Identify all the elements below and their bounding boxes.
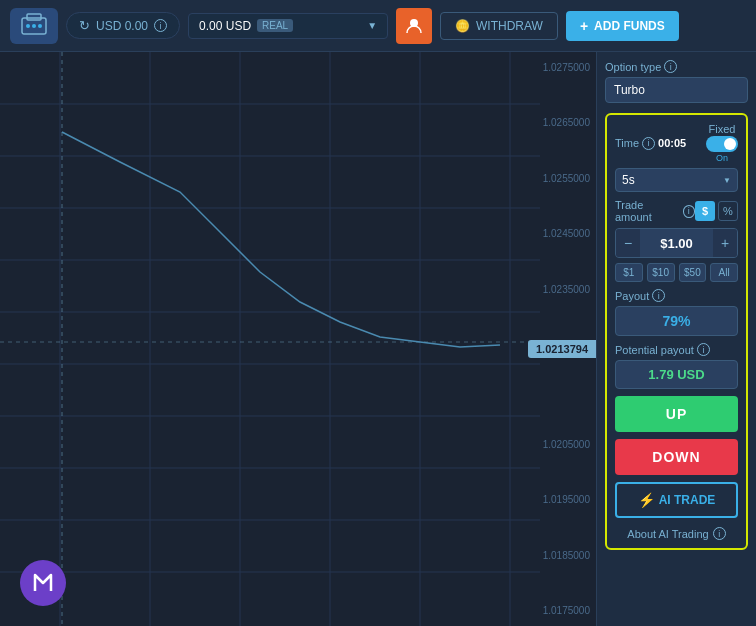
logo-circle (20, 560, 66, 606)
add-funds-label: ADD FUNDS (594, 19, 665, 33)
time-value: 00:05 (658, 137, 686, 149)
topbar: ↻ USD 0.00 i 0.00 USD REAL ▼ 🪙 WITHDRAW … (0, 0, 756, 52)
price-tick: 1.0255000 (538, 173, 594, 184)
quick-10-button[interactable]: $10 (647, 263, 675, 282)
chevron-down-icon: ▼ (723, 176, 731, 185)
fixed-toggle-switch[interactable] (706, 136, 738, 152)
amount-control: − $1.00 + (615, 228, 738, 258)
price-tick: 1.0275000 (538, 62, 594, 73)
svg-point-2 (26, 24, 30, 28)
logo (10, 8, 58, 44)
withdraw-button[interactable]: 🪙 WITHDRAW (440, 12, 558, 40)
currency-symbol: $ (702, 205, 708, 217)
down-button[interactable]: DOWN (615, 439, 738, 475)
option-type-label: Option type i (605, 60, 748, 73)
trade-amount-info-icon[interactable]: i (683, 205, 695, 218)
potential-payout-section: Potential payout i 1.79 USD (615, 343, 738, 389)
payout-info-icon[interactable]: i (652, 289, 665, 302)
payout-label: Payout i (615, 289, 738, 302)
main-content: 1.0275000 1.0265000 1.0255000 1.0245000 … (0, 52, 756, 626)
time-info-icon[interactable]: i (642, 137, 655, 150)
svg-point-3 (32, 24, 36, 28)
price-tick: 1.0195000 (538, 494, 594, 505)
payout-value: 79% (615, 306, 738, 336)
quick-1-button[interactable]: $1 (615, 263, 643, 282)
balance-button[interactable]: ↻ USD 0.00 i (66, 12, 180, 39)
ai-icon: ⚡ (638, 492, 655, 508)
account-value: 0.00 USD (199, 19, 251, 33)
svg-point-4 (38, 24, 42, 28)
plus-icon: + (721, 235, 729, 251)
current-price-label: 1.0213794 (528, 340, 596, 358)
time-left: Time i 00:05 (615, 137, 686, 150)
add-funds-button[interactable]: + ADD FUNDS (566, 11, 679, 41)
account-chevron: ▼ (367, 20, 377, 31)
time-section: Time i 00:05 Fixed On 5s ▼ (615, 123, 738, 192)
ai-trade-button[interactable]: ⚡ AI TRADE (615, 482, 738, 518)
about-ai-link[interactable]: About AI Trading i (615, 527, 738, 540)
right-panel: Option type i Turbo Time i 00:05 Fixed (596, 52, 756, 626)
fixed-toggle: Fixed On (706, 123, 738, 163)
option-type-section: Option type i Turbo (605, 60, 748, 103)
toggle-on-label: On (716, 153, 728, 163)
amount-decrease-button[interactable]: − (616, 229, 640, 257)
potential-payout-value: 1.79 USD (615, 360, 738, 389)
time-label: Time (615, 137, 639, 149)
fixed-label: Fixed (709, 123, 736, 135)
price-axis: 1.0275000 1.0265000 1.0255000 1.0245000 … (536, 52, 596, 626)
price-tick: 1.0185000 (538, 550, 594, 561)
option-type-value: Turbo (605, 77, 748, 103)
percent-symbol: % (723, 205, 733, 217)
account-selector[interactable]: 0.00 USD REAL ▼ (188, 13, 388, 39)
current-price-value: 1.0213794 (536, 343, 588, 355)
up-button[interactable]: UP (615, 396, 738, 432)
percent-button[interactable]: % (718, 201, 738, 221)
potential-payout-info-icon[interactable]: i (697, 343, 710, 356)
trade-amount-row: Trade amount i $ % (615, 199, 738, 223)
refresh-icon: ↻ (79, 18, 90, 33)
ai-trade-label: AI TRADE (659, 493, 716, 507)
trade-amount-label: Trade amount i (615, 199, 695, 223)
quick-all-button[interactable]: All (710, 263, 738, 282)
time-selector-value: 5s (622, 173, 635, 187)
price-tick: 1.0265000 (538, 117, 594, 128)
trade-amount-section: Trade amount i $ % − (615, 199, 738, 282)
chart-area: 1.0275000 1.0265000 1.0255000 1.0245000 … (0, 52, 596, 626)
avatar-button[interactable] (396, 8, 432, 44)
about-ai-label: About AI Trading (627, 528, 708, 540)
about-ai-info-icon[interactable]: i (713, 527, 726, 540)
account-type-badge: REAL (257, 19, 293, 32)
plus-icon: + (580, 18, 588, 34)
wallet-icon: 🪙 (455, 19, 470, 33)
balance-value: USD 0.00 (96, 19, 148, 33)
quick-amounts: $1 $10 $50 All (615, 263, 738, 282)
quick-50-button[interactable]: $50 (679, 263, 707, 282)
price-tick: 1.0205000 (538, 439, 594, 450)
minus-icon: − (624, 235, 632, 251)
potential-payout-label: Potential payout i (615, 343, 738, 356)
time-row: Time i 00:05 Fixed On (615, 123, 738, 163)
withdraw-label: WITHDRAW (476, 19, 543, 33)
payout-section: Payout i 79% (615, 289, 738, 336)
balance-info-icon[interactable]: i (154, 19, 167, 32)
currency-button[interactable]: $ (695, 201, 715, 221)
time-selector[interactable]: 5s ▼ (615, 168, 738, 192)
price-tick: 1.0175000 (538, 605, 594, 616)
price-tick: 1.0235000 (538, 284, 594, 295)
price-tick: 1.0245000 (538, 228, 594, 239)
svg-rect-1 (27, 14, 41, 20)
amount-increase-button[interactable]: + (713, 229, 737, 257)
trading-panel: Time i 00:05 Fixed On 5s ▼ (605, 113, 748, 550)
option-type-info-icon[interactable]: i (664, 60, 677, 73)
amount-value: $1.00 (640, 236, 713, 251)
